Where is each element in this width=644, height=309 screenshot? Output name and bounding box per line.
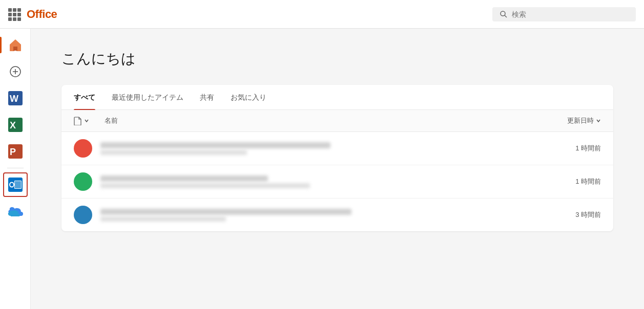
file-sub-1 <box>100 150 247 155</box>
files-card: すべて 最近使用したアイテム 共有 お気に入り 名前 <box>61 85 613 231</box>
svg-text:P: P <box>10 147 16 157</box>
file-time-3: 3 時間前 <box>519 210 601 219</box>
sidebar-item-outlook[interactable] <box>3 172 28 197</box>
svg-text:X: X <box>10 120 16 130</box>
svg-point-0 <box>501 11 505 16</box>
file-time-2: 1 時間前 <box>519 177 601 186</box>
sidebar-divider <box>7 168 24 168</box>
sort-icon <box>596 118 601 123</box>
sidebar-item-home[interactable] <box>3 33 28 57</box>
sidebar-item-word[interactable]: W <box>3 86 28 111</box>
tabs-bar: すべて 最近使用したアイテム 共有 お気に入り <box>61 85 613 110</box>
file-app-icon-2 <box>74 172 92 191</box>
onedrive-icon <box>7 206 24 217</box>
file-info-1 <box>100 142 519 155</box>
file-app-icon-1 <box>74 139 92 158</box>
tab-recent[interactable]: 最近使用したアイテム <box>112 93 183 109</box>
search-icon <box>500 10 508 18</box>
col-icon-header <box>74 116 105 125</box>
content-area: こんにちは すべて 最近使用したアイテム 共有 お気に入り <box>31 29 644 309</box>
home-icon <box>8 38 23 52</box>
word-icon: W <box>7 90 24 106</box>
svg-line-1 <box>505 15 507 17</box>
search-input[interactable] <box>512 10 629 18</box>
table-row[interactable]: 1 時間前 <box>61 165 613 198</box>
table-header: 名前 更新日時 <box>61 110 613 132</box>
table-row[interactable]: 3 時間前 <box>61 198 613 231</box>
file-sub-2 <box>100 183 310 188</box>
file-info-3 <box>100 209 519 222</box>
file-icon <box>74 116 82 125</box>
sidebar-item-new[interactable] <box>3 59 28 84</box>
sidebar-item-powerpoint[interactable]: P <box>3 139 28 164</box>
search-box[interactable] <box>492 7 636 21</box>
plus-icon <box>9 65 22 78</box>
svg-point-16 <box>10 183 13 187</box>
outlook-icon <box>7 176 24 193</box>
file-sub-3 <box>100 216 226 222</box>
sidebar-item-onedrive[interactable] <box>3 199 28 224</box>
chevron-down-icon <box>84 118 89 123</box>
tab-shared[interactable]: 共有 <box>200 93 214 109</box>
table-row[interactable]: 1 時間前 <box>61 132 613 165</box>
file-name-2 <box>100 175 268 182</box>
file-app-icon-3 <box>74 206 92 224</box>
sidebar-item-excel[interactable]: X <box>3 113 28 137</box>
file-time-1: 1 時間前 <box>519 144 601 153</box>
col-name-header: 名前 <box>105 116 519 125</box>
greeting-heading: こんにちは <box>61 49 613 69</box>
tab-favorites[interactable]: お気に入り <box>231 93 266 109</box>
app-title: Office <box>27 8 57 21</box>
topbar: Office <box>0 0 644 29</box>
excel-icon: X <box>7 117 24 133</box>
file-name-1 <box>100 142 330 148</box>
sidebar: W X P <box>0 29 31 309</box>
apps-grid-icon[interactable] <box>8 8 20 20</box>
file-name-3 <box>100 209 351 215</box>
tab-all[interactable]: すべて <box>74 93 95 109</box>
svg-text:W: W <box>10 94 18 104</box>
topbar-left: Office <box>8 8 57 21</box>
main-layout: W X P <box>0 29 644 309</box>
col-date-header: 更新日時 <box>519 116 601 125</box>
svg-rect-14 <box>15 181 21 188</box>
file-info-2 <box>100 175 519 188</box>
svg-rect-2 <box>13 47 17 51</box>
powerpoint-icon: P <box>7 143 24 160</box>
